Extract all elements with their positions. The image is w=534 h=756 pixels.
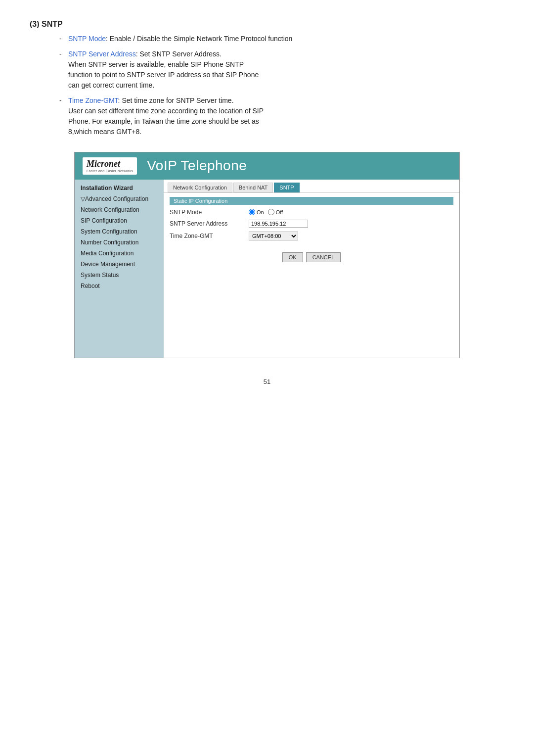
sntp-mode-on-radio[interactable] (249, 209, 255, 215)
sidebar-item-installation-wizard[interactable]: Installation Wizard (75, 183, 164, 193)
logo-tagline: Faster and Easier Networks (87, 169, 133, 173)
cancel-button[interactable]: CANCEL (306, 252, 341, 262)
logo-text: Micronet (87, 159, 133, 169)
sntp-mode-off-option[interactable]: Off (268, 209, 283, 215)
panel-body: Installation Wizard ▽Advanced Configurat… (75, 180, 459, 358)
form-row-sntp-server: SNTP Server Address (170, 220, 453, 228)
sidebar-item-system-status[interactable]: System Status (75, 270, 164, 281)
panel-header: Micronet Faster and Easier Networks VoIP… (75, 152, 459, 180)
tab-network-config[interactable]: Network Configuration (168, 183, 232, 192)
btn-row: OK CANCEL (164, 248, 459, 266)
sntp-mode-label: SNTP Mode (170, 209, 249, 216)
sntp-server-input[interactable] (249, 220, 308, 228)
panel-title: VoIP Telephone (147, 158, 247, 174)
sntp-server-label: SNTP Server Address (170, 220, 249, 227)
sntp-mode-off-radio[interactable] (268, 209, 274, 215)
browser-panel: Micronet Faster and Easier Networks VoIP… (74, 152, 460, 358)
list-item-sntp-server: SNTP Server Address: Set SNTP Server Add… (59, 49, 504, 91)
tabs-bar: Network Configuration Behind NAT SNTP (164, 180, 459, 193)
form-section-title: Static IP Configuration (170, 197, 453, 205)
sntp-server-control (249, 220, 308, 228)
sidebar-item-media-config[interactable]: Media Configuration (75, 248, 164, 259)
sidebar-item-advanced-config[interactable]: ▽Advanced Configuration (75, 193, 164, 204)
content-area: Network Configuration Behind NAT SNTP St… (164, 180, 459, 358)
sntp-mode-link[interactable]: SNTP Mode (68, 35, 106, 43)
list-item-sntp-mode: SNTP Mode: Enable / Disable the Simple N… (59, 34, 504, 44)
sntp-mode-on-option[interactable]: On (249, 209, 264, 215)
ok-button[interactable]: OK (282, 252, 303, 262)
doc-section: (3) SNTP SNTP Mode: Enable / Disable the… (30, 20, 504, 137)
sidebar: Installation Wizard ▽Advanced Configurat… (75, 180, 164, 358)
doc-heading: (3) SNTP (30, 20, 504, 29)
page-number: 51 (30, 378, 504, 385)
doc-list: SNTP Mode: Enable / Disable the Simple N… (30, 34, 504, 137)
sntp-mode-text: : Enable / Disable the Simple Network Ti… (106, 35, 292, 43)
sidebar-item-device-mgmt[interactable]: Device Management (75, 259, 164, 270)
form-row-sntp-mode: SNTP Mode On Off (170, 209, 453, 216)
sidebar-item-sip-config[interactable]: SIP Configuration (75, 215, 164, 226)
timezone-label: Time Zone-GMT (170, 233, 249, 239)
sidebar-item-system-config[interactable]: System Configuration (75, 226, 164, 237)
form-area: Static IP Configuration SNTP Mode On Off (164, 193, 459, 248)
sntp-mode-on-label: On (257, 209, 264, 215)
sidebar-item-number-config[interactable]: Number Configuration (75, 237, 164, 248)
tab-sntp[interactable]: SNTP (274, 183, 299, 192)
timezone-select[interactable]: GMT+08:00 GMT+00:00 GMT-05:00 GMT+09:00 (249, 232, 298, 240)
sntp-mode-control: On Off (249, 209, 283, 215)
sidebar-item-reboot[interactable]: Reboot (75, 281, 164, 291)
tab-behind-nat[interactable]: Behind NAT (233, 183, 273, 192)
list-item-timezone: Time Zone-GMT: Set time zone for SNTP Se… (59, 95, 504, 137)
form-row-timezone: Time Zone-GMT GMT+08:00 GMT+00:00 GMT-05… (170, 232, 453, 240)
sidebar-item-network-config[interactable]: Network Configuration (75, 204, 164, 215)
sntp-mode-off-label: Off (276, 209, 283, 215)
timezone-control: GMT+08:00 GMT+00:00 GMT-05:00 GMT+09:00 (249, 232, 298, 240)
sntp-server-link[interactable]: SNTP Server Address (68, 50, 136, 58)
panel-logo: Micronet Faster and Easier Networks (83, 157, 137, 175)
timezone-link[interactable]: Time Zone-GMT (68, 96, 118, 104)
